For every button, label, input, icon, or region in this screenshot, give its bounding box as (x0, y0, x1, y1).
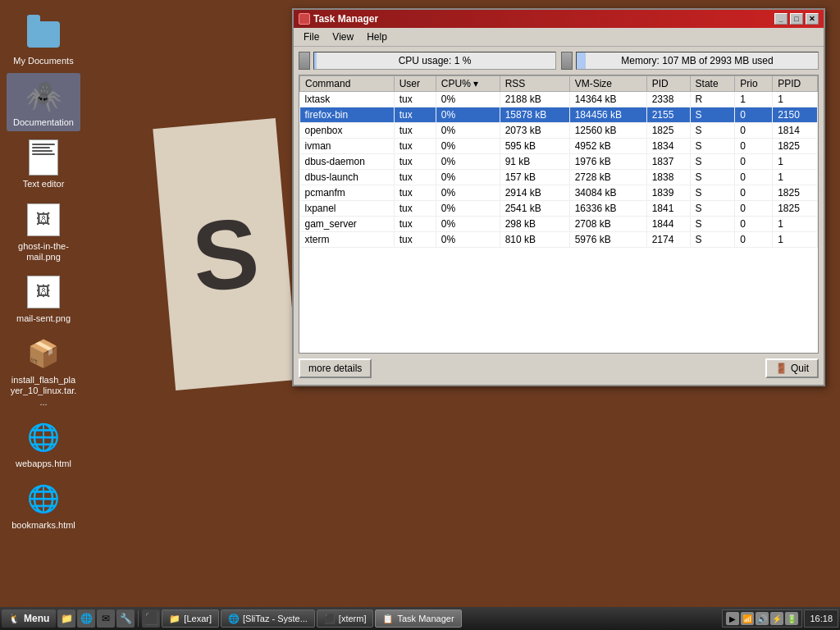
menu-icon: 🐧 (8, 613, 21, 624)
col-prio[interactable]: Prio (735, 76, 773, 92)
col-vmsize[interactable]: VM-Size (569, 76, 646, 92)
window-icon (299, 13, 310, 25)
desktop-icon-documentation[interactable]: 🕷️ Documentation (7, 73, 80, 131)
file-manager-icon[interactable]: 📁 (57, 609, 75, 628)
systray-icon-1[interactable]: ▶ (726, 612, 739, 625)
more-details-button[interactable]: more details (299, 358, 372, 378)
table-header-row: Command User CPU% ▾ RSS VM-Size PID Stat… (300, 76, 818, 92)
desktop-icon-mail-sent[interactable]: 🖼 mail-sent.png (7, 269, 80, 327)
systray-icon-3[interactable]: 🔊 (756, 612, 769, 625)
menubar: File View Help (294, 28, 824, 47)
desktop-icon-webapps[interactable]: 🌐 webapps.html (7, 414, 80, 472)
table-row[interactable]: dbus-launchtux0%157 kB2728 kB1838S01 (300, 170, 818, 185)
taskbar: 🐧 Menu 📁 🌐 ✉ 🔧 ⬛ 📁 [Lexar] 🌐 [SliTaz - S… (0, 607, 840, 630)
mail-icon[interactable]: ✉ (97, 609, 115, 628)
table-row[interactable]: lxpaneltux0%2541 kB16336 kB1841S01825 (300, 201, 818, 217)
desktop-button[interactable]: ⬛ (142, 609, 160, 628)
menu-file[interactable]: File (297, 30, 326, 44)
mem-meter-handle[interactable] (561, 52, 573, 70)
desktop-icon-install-flash[interactable]: 📦 install_flash_player_10_linux.tar.... (7, 331, 80, 411)
cpu-meter-handle[interactable] (299, 52, 310, 70)
col-command[interactable]: Command (300, 76, 395, 92)
quit-icon: 🚪 (775, 363, 788, 374)
desktop-icon-text-editor[interactable]: Text editor (7, 135, 80, 193)
start-menu-button[interactable]: 🐧 Menu (2, 609, 56, 628)
table-row[interactable]: xtermtux0%810 kB5976 kB2174S01 (300, 232, 818, 248)
titlebar: Task Manager _ □ ✕ (294, 10, 824, 28)
maximize-button[interactable]: □ (790, 13, 803, 25)
table-row[interactable]: firefox-bintux0%15878 kB184456 kB2155S02… (300, 107, 818, 123)
process-rows: lxtasktux0%2188 kB14364 kB2338R11firefox… (300, 92, 818, 248)
systray-icon-4[interactable]: ⚡ (770, 612, 783, 625)
close-button[interactable]: ✕ (806, 13, 819, 25)
table-row[interactable]: openboxtux0%2073 kB12560 kB1825S01814 (300, 123, 818, 139)
systray: ▶ 📶 🔊 ⚡ 🔋 (722, 609, 802, 628)
cpu-meter: CPU usage: 1 % (313, 52, 556, 70)
window-title: Task Manager (313, 13, 378, 25)
col-ppid[interactable]: PPID (773, 76, 818, 92)
systray-icon-2[interactable]: 📶 (741, 612, 754, 625)
taskbar-window-xterm[interactable]: ⬛ [xterm] (317, 609, 374, 628)
folder-icon (24, 15, 63, 54)
desktop-icon-my-documents[interactable]: My Documents (7, 11, 80, 70)
process-table[interactable]: Command User CPU% ▾ RSS VM-Size PID Stat… (299, 75, 819, 354)
col-state[interactable]: State (690, 76, 735, 92)
desktop: My Documents 🕷️ Documentation Text edito… (0, 0, 164, 591)
table-row[interactable]: pcmanfmtux0%2914 kB34084 kB1839S01825 (300, 185, 818, 201)
taskbar-window-lexar[interactable]: 📁 [Lexar] (162, 609, 219, 628)
browser-icon[interactable]: 🌐 (77, 609, 95, 628)
col-cpu[interactable]: CPU% ▾ (436, 76, 500, 92)
col-user[interactable]: User (394, 76, 436, 92)
quit-button[interactable]: 🚪 Quit (765, 358, 819, 378)
desktop-icon-ghost-mail[interactable]: 🖼 ghost-in-the-mail.png (7, 197, 80, 266)
memory-meter: Memory: 107 MB of 2993 MB used (576, 52, 819, 70)
background-decoration: S (153, 118, 298, 390)
taskbar-window-task-manager[interactable]: 📋 Task Manager (375, 609, 461, 628)
unknown-icon[interactable]: 🔧 (116, 609, 135, 628)
taskbar-window-slitaz[interactable]: 🌐 [SliTaz - Syste... (221, 609, 315, 628)
process-list: Command User CPU% ▾ RSS VM-Size PID Stat… (299, 75, 818, 248)
desktop-icon-bookmarks[interactable]: 🌐 bookmarks.html (7, 476, 80, 534)
minimize-button[interactable]: _ (774, 13, 788, 25)
window-controls: _ □ ✕ (774, 13, 819, 25)
menu-help[interactable]: Help (360, 30, 394, 44)
taskbar-right: ▶ 📶 🔊 ⚡ 🔋 16:18 (722, 609, 838, 628)
col-pid[interactable]: PID (646, 76, 690, 92)
table-row[interactable]: ivmantux0%595 kB4952 kB1834S01825 (300, 139, 818, 154)
systray-icon-5[interactable]: 🔋 (785, 612, 798, 625)
footer: more details 🚪 Quit (299, 354, 819, 380)
table-row[interactable]: lxtasktux0%2188 kB14364 kB2338R11 (300, 92, 818, 107)
clock: 16:18 (804, 609, 838, 628)
task-manager-body: CPU usage: 1 % Memory: 107 MB of 2993 MB… (294, 47, 824, 385)
table-row[interactable]: dbus-daemontux0%91 kB1976 kB1837S01 (300, 154, 818, 170)
taskbar-separator (138, 610, 139, 627)
task-manager-window: Task Manager _ □ ✕ File View Help CPU us… (292, 8, 825, 386)
menu-view[interactable]: View (326, 30, 360, 44)
meters-row: CPU usage: 1 % Memory: 107 MB of 2993 MB… (299, 52, 819, 70)
table-row[interactable]: gam_servertux0%298 kB2708 kB1844S01 (300, 217, 818, 232)
col-rss[interactable]: RSS (500, 76, 569, 92)
